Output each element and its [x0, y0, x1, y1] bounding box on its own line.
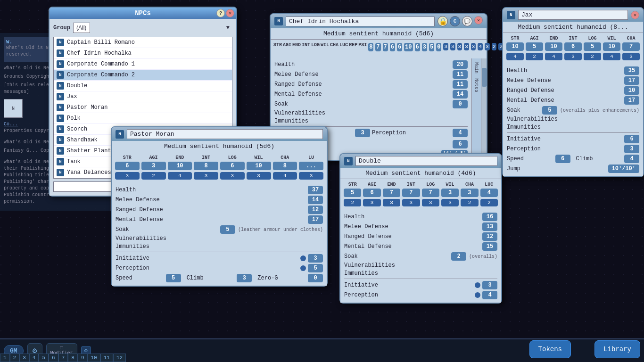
stat-sub-cell[interactable]: 3	[246, 172, 272, 180]
help-button[interactable]: ?	[216, 9, 225, 17]
stat-sub-box[interactable]: 3	[464, 43, 469, 50]
stat-sub-cell[interactable]: 2	[141, 172, 166, 180]
npc-list-item[interactable]: NPolk	[54, 113, 232, 124]
stat-value-cell[interactable]: ...	[298, 161, 324, 171]
stat-sub-box[interactable]: 2	[141, 172, 166, 180]
stat-box[interactable]: 3	[461, 189, 478, 197]
npc-list-item[interactable]: NCorporate Commando 1	[54, 59, 232, 70]
stat-sub-cell[interactable]: 2	[460, 198, 479, 207]
stat-sub-cell[interactable]: 2	[525, 52, 544, 61]
stat-box[interactable]: 5	[584, 42, 601, 51]
stat-box[interactable]: 8	[368, 43, 373, 51]
stat-value-cell[interactable]: 3	[421, 42, 428, 52]
library-button[interactable]: Library	[594, 340, 640, 358]
stat-sub-cell[interactable]: 4	[167, 172, 193, 180]
stat-value-cell[interactable]: 5	[583, 42, 602, 51]
stat-box[interactable]: 3	[141, 162, 166, 170]
stat-box[interactable]: 8	[273, 162, 297, 170]
stat-value-cell[interactable]: 6	[220, 161, 245, 171]
chat-icon[interactable]: C	[450, 16, 460, 26]
stat-sub-cell[interactable]: 4	[603, 52, 621, 61]
stat-sub-box[interactable]: 3	[441, 199, 459, 206]
stat-sub-cell[interactable]: 3	[564, 52, 582, 61]
stat-sub-box[interactable]: 3	[247, 172, 271, 180]
npc-list-item[interactable]: NCaptain Billi Romano	[54, 37, 232, 48]
stat-value-cell[interactable]: 10	[404, 42, 413, 52]
stat-value-cell[interactable]: 7	[402, 188, 420, 197]
stat-sub-cell[interactable]: 3	[363, 198, 381, 207]
stat-value-cell[interactable]: 10	[167, 161, 193, 171]
stat-sub-cell[interactable]: 2	[491, 42, 497, 52]
jax-close-btn[interactable]: ✕	[631, 11, 639, 19]
tokens-button[interactable]: Tokens	[529, 340, 571, 358]
tab-main[interactable]: Main	[473, 60, 480, 75]
stat-sub-cell[interactable]: 3	[382, 198, 401, 207]
stat-sub-box[interactable]: 2	[480, 199, 498, 206]
stat-value-cell[interactable]: 3	[141, 161, 166, 171]
stat-sub-cell[interactable]: 3	[402, 198, 420, 207]
stat-value-cell[interactable]: 7	[622, 42, 640, 51]
stat-sub-box[interactable]: 3	[485, 43, 490, 50]
stat-sub-box[interactable]: 3	[564, 53, 582, 60]
stat-sub-box[interactable]: 2	[344, 199, 361, 206]
stat-sub-cell[interactable]: 3	[115, 172, 140, 180]
stat-sub-cell[interactable]: 3	[457, 42, 463, 52]
stat-box[interactable]: 7	[622, 42, 640, 51]
stat-box[interactable]: 8	[194, 162, 218, 170]
stat-sub-box[interactable]: 3	[450, 43, 455, 50]
stat-sub-box[interactable]: 2	[461, 199, 478, 206]
stat-value-cell[interactable]: 10	[506, 42, 524, 51]
page-number[interactable]: 7	[58, 354, 68, 362]
stat-sub-box[interactable]: 4	[603, 53, 620, 60]
stat-sub-box[interactable]: 3	[363, 199, 380, 206]
bubble-icon[interactable]: 💬	[462, 16, 472, 26]
stat-value-cell[interactable]: 6	[115, 161, 140, 171]
stat-box[interactable]: 5	[526, 42, 543, 51]
stat-value-cell[interactable]: 5	[525, 42, 544, 51]
stat-box[interactable]: 6	[390, 43, 395, 51]
stat-sub-box[interactable]: 4	[478, 43, 483, 50]
stat-box[interactable]: 10	[247, 162, 271, 170]
stat-value-cell[interactable]: 5	[343, 188, 362, 197]
page-number[interactable]: 4	[29, 354, 39, 362]
stat-sub-box[interactable]: 4	[545, 53, 562, 60]
stat-sub-box[interactable]: 3	[622, 53, 640, 60]
stat-sub-box[interactable]: 3	[422, 199, 439, 206]
page-number[interactable]: 8	[68, 354, 78, 362]
page-number[interactable]: 11	[100, 354, 113, 362]
stat-value-cell[interactable]: 0	[436, 42, 442, 52]
page-number[interactable]: 10	[87, 354, 100, 362]
stat-sub-box[interactable]: 4	[168, 172, 192, 180]
stat-sub-box[interactable]: 3	[457, 43, 462, 50]
main-scrollbar[interactable]	[481, 58, 487, 160]
stat-value-cell[interactable]: 3	[441, 188, 459, 197]
stat-value-cell[interactable]: 6	[389, 42, 396, 52]
lock-icon[interactable]: 🔒	[438, 16, 448, 26]
stat-value-cell[interactable]: 6	[396, 42, 403, 52]
main-close-btn[interactable]: ✕	[474, 16, 483, 25]
stat-box[interactable]: 7	[383, 189, 400, 197]
page-number[interactable]: 2	[10, 354, 20, 362]
stat-sub-cell[interactable]: 3	[471, 42, 477, 52]
stat-box[interactable]: 3	[441, 189, 459, 197]
stat-sub-box[interactable]: 3	[194, 172, 218, 180]
stat-box[interactable]: 6	[220, 162, 245, 170]
stat-sub-cell[interactable]: 3	[220, 172, 245, 180]
stat-sub-box[interactable]: 3	[402, 199, 420, 206]
stat-box[interactable]: 10	[603, 42, 620, 51]
stat-sub-cell[interactable]: 3	[421, 198, 440, 207]
stat-value-cell[interactable]: 10	[246, 161, 272, 171]
stat-value-cell[interactable]: 7	[382, 42, 388, 52]
stat-sub-cell[interactable]: 3	[450, 42, 456, 52]
stat-sub-box[interactable]: 4	[273, 172, 297, 180]
stat-sub-box[interactable]: 4	[506, 53, 524, 60]
close-button[interactable]: ✕	[226, 9, 234, 17]
stat-sub-box[interactable]: 2	[526, 53, 543, 60]
stat-sub-cell[interactable]: 4	[545, 52, 563, 61]
stat-box[interactable]: 0	[436, 43, 441, 51]
stat-sub-cell[interactable]: 3	[622, 52, 640, 61]
stat-value-cell[interactable]: 6	[414, 42, 421, 52]
stat-value-cell[interactable]: 5	[429, 42, 435, 52]
stat-value-cell[interactable]: 8	[272, 161, 298, 171]
stat-sub-cell[interactable]: 2	[583, 52, 602, 61]
